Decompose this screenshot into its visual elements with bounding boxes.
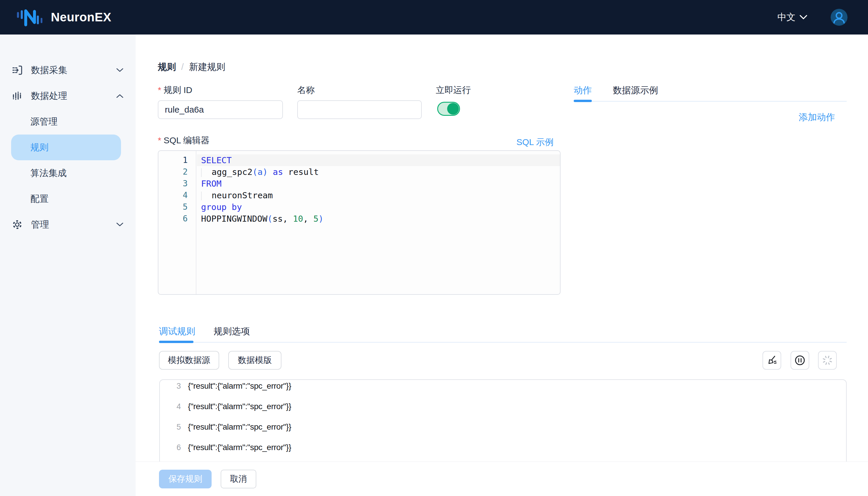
required-asterisk: * [158,135,161,145]
output-row: 5{"result":{"alarm":"spc_error"}} [160,417,846,437]
simulate-datasource-button[interactable]: 模拟数据源 [159,351,219,370]
code-line[interactable]: group by [197,201,560,213]
code-token: as [273,167,283,177]
language-label: 中文 [777,11,795,24]
data-template-button[interactable]: 数据模版 [228,351,282,370]
save-rule-button[interactable]: 保存规则 [159,470,212,489]
rule-id-label: *规则 ID [158,84,192,96]
breadcrumb-rules[interactable]: 规则 [158,61,176,73]
line-number: 5 [158,201,196,213]
code-token: result [283,167,319,177]
tab-actions[interactable]: 动作 [574,84,592,96]
code-token: HOPPINGWINDOW [201,214,268,224]
code-token: agg_spc2 [212,167,253,177]
sidebar-item-algorithm-integration[interactable]: 算法集成 [0,160,135,186]
sidebar-item-management[interactable]: 管理 [0,212,135,237]
name-label: 名称 [297,84,315,96]
code-token: ) [319,214,323,224]
debug-tab-underline [159,341,193,343]
code-token: ( [268,214,272,224]
sidebar-item-source-management[interactable]: 源管理 [0,109,135,135]
neuronex-app: NeuronEX 中文 [0,0,868,496]
sql-example-link[interactable]: SQL 示例 [516,136,553,148]
indent-guide [201,191,212,200]
chevron-down-icon [116,68,123,72]
output-row-text: {"result":{"alarm":"spc_error"}} [188,402,291,411]
actions-tab-underline [574,100,592,102]
run-now-toggle[interactable] [437,102,460,116]
tab-rule-options[interactable]: 规则选项 [214,325,250,338]
code-token: FROM [201,179,222,189]
sidebar-item-label: 数据处理 [31,90,67,102]
sidebar-item-data-collection[interactable]: 数据采集 [0,57,135,83]
line-number: 3 [158,178,196,189]
output-row: 6{"result":{"alarm":"spc_error"}} [160,437,846,458]
output-row-number: 5 [160,423,188,432]
sidebar-item-label: 源管理 [30,115,58,128]
breadcrumb: 规则 / 新建规则 [158,61,225,73]
toggle-knob [447,103,459,115]
output-row-text: {"result":{"alarm":"spc_error"}} [188,443,291,452]
debug-tab-track [159,342,847,343]
output-row-text: {"result":{"alarm":"spc_error"}} [188,422,291,432]
sidebar-item-label: 管理 [31,218,49,231]
output-row-number: 6 [160,443,188,452]
code-line[interactable]: agg_spc2(a) as result [197,166,560,178]
language-selector[interactable]: 中文 [777,11,807,24]
debug-output-panel[interactable]: 3{"result":{"alarm":"spc_error"}}4{"resu… [159,379,847,467]
brand-home-link[interactable]: NeuronEX [16,8,111,27]
indent-guide [201,168,212,177]
debug-output-rows: 3{"result":{"alarm":"spc_error"}}4{"resu… [160,379,846,458]
code-line[interactable]: neuronStream [197,189,560,201]
code-token: 5 [313,214,318,224]
sidebar-item-configuration[interactable]: 配置 [0,186,135,212]
chevron-up-icon [116,94,123,98]
line-number: 6 [158,213,196,224]
actions-tab-track [574,101,847,102]
sidebar-menu: 数据采集 数据处理 [0,34,135,237]
topbar: NeuronEX 中文 [0,0,868,34]
sidebar-item-rules[interactable]: 规则 [11,135,121,160]
clear-broom-icon [767,355,777,366]
run-now-label: 立即运行 [436,84,471,96]
cancel-button[interactable]: 取消 [221,470,256,489]
code-token: SELECT [201,155,232,165]
pause-rule-button[interactable] [790,351,809,370]
sidebar-item-data-processing[interactable]: 数据处理 [0,83,135,109]
code-token: (a) [253,167,268,177]
gear-icon [12,219,23,230]
sidebar-item-label: 数据采集 [31,64,67,76]
loading-spinner-icon [822,355,833,366]
required-asterisk: * [158,85,161,95]
code-token: ss, [272,214,293,224]
code-line[interactable]: HOPPINGWINDOW(ss, 10, 5) [197,213,560,224]
sidebar-item-label: 规则 [30,141,49,154]
user-avatar[interactable] [831,9,848,26]
user-icon [831,9,848,26]
code-line[interactable]: SELECT [197,154,560,166]
code-line[interactable]: FROM [197,178,560,189]
data-processing-icon [12,90,23,102]
code-token [268,167,273,177]
neuronex-logo-icon [16,8,43,27]
clear-output-button[interactable] [762,351,781,370]
output-row-text: {"result":{"alarm":"spc_error"}} [188,381,291,391]
editor-code[interactable]: SELECTagg_spc2(a) as resultFROMneuronStr… [197,154,560,224]
topbar-right: 中文 [777,9,848,26]
add-action-link[interactable]: 添加动作 [799,111,835,123]
sql-editor-label: *SQL 编辑器 [158,135,210,146]
output-row: 3{"result":{"alarm":"spc_error"}} [160,379,846,396]
brand-name: NeuronEX [51,10,111,24]
output-row-number: 3 [160,382,188,391]
code-token: , [303,214,313,224]
sidebar: 数据采集 数据处理 [0,34,135,496]
output-row-number: 4 [160,402,188,411]
name-input[interactable] [297,100,422,119]
line-number: 2 [158,166,196,178]
rule-id-input[interactable] [158,100,283,119]
breadcrumb-new-rule: 新建规则 [189,61,225,73]
tab-datasource-sample[interactable]: 数据源示例 [613,84,658,96]
sql-code-editor[interactable]: 123456 SELECTagg_spc2(a) as resultFROMne… [158,150,561,295]
tab-debug-rule[interactable]: 调试规则 [159,325,195,338]
line-number: 1 [158,154,196,166]
